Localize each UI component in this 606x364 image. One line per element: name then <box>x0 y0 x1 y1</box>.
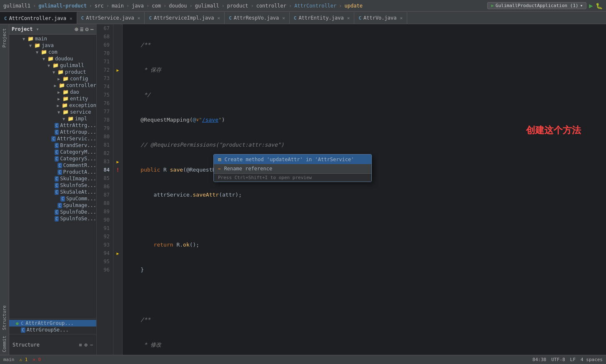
bc-update-method[interactable]: update <box>345 3 363 9</box>
tree-item-doudou[interactable]: ▼ 📁 doudou <box>9 55 96 62</box>
code-content[interactable]: /** * 保存 */ @RequestMapping(@∨"/save") /… <box>123 24 606 355</box>
breadcrumb-gulimall1[interactable]: gulimall1 <box>3 3 30 9</box>
tab-close-attrvo[interactable]: ✕ <box>400 15 403 21</box>
bc-main: main <box>112 3 124 9</box>
sidebar-tool-minimize[interactable]: − <box>90 26 94 32</box>
tree-item-product[interactable]: ▼ 📁 product <box>9 69 96 75</box>
tab-close-attrserviceimpl[interactable]: ✕ <box>218 15 220 21</box>
tree-item-config[interactable]: ▶ 📁 config <box>9 75 96 82</box>
tab-label-attrcontroller: AttrController.java <box>9 15 66 21</box>
status-warnings[interactable]: ⚠ 1 <box>20 357 28 362</box>
code-line-75: return R.ok(); <box>128 241 606 249</box>
tree-item-exception[interactable]: ▶ 📁 exception <box>9 102 96 109</box>
sidebar-tool-settings[interactable]: ⚙ <box>85 26 88 32</box>
tree-item-spulmage[interactable]: C Spulmage... <box>9 202 96 209</box>
sidebar-bottom: ● C AttrAttrGroup... C AttrGroupSe... <box>9 319 96 334</box>
tree-item-attrgroupse[interactable]: C AttrGroupSe... <box>9 327 96 333</box>
status-git[interactable]: main <box>3 357 15 362</box>
tab-attrserviceimpl[interactable]: C AttrServiceImpl.java ✕ <box>145 12 225 24</box>
tree-item-categorys[interactable]: C CategoryS... <box>9 155 96 162</box>
sidebar-tool-add[interactable]: ⊕ <box>75 26 78 32</box>
tab-close-attrservice[interactable]: ✕ <box>138 15 140 21</box>
tree-item-skulinfose[interactable]: C SkulnfoSe... <box>9 182 96 189</box>
autocomplete-label-rename: Rename reference <box>224 166 273 172</box>
bc-attrcontroller[interactable]: AttrController <box>294 3 336 9</box>
tree-item-attrattrgroup[interactable]: ● C AttrAttrGroup... <box>9 320 96 327</box>
sidebar-tool-sort[interactable]: ≡ <box>80 26 83 32</box>
tree-item-producta[interactable]: C ProductA... <box>9 169 96 175</box>
code-scroll[interactable]: 67 68 69 70 71 72 73 74 75 76 77 78 79 8… <box>97 24 606 355</box>
tab-attrcontroller[interactable]: C AttrController.java ✕ <box>0 12 77 24</box>
tab-attrentity[interactable]: C AttrEntity.java ✕ <box>290 12 355 24</box>
tree-item-attrservic[interactable]: C AttrServic... <box>9 135 96 142</box>
tree-item-dao[interactable]: ▶ 📁 dao <box>9 89 96 95</box>
autocomplete-icon-ref: ≈ <box>218 166 221 172</box>
tree-item-entity[interactable]: ▶ 📁 entity <box>9 95 96 102</box>
structure-tool-filter[interactable]: ⚙ <box>85 342 88 348</box>
tree-item-spulnfode[interactable]: C SpulnfoDe... <box>9 209 96 215</box>
tree-item-skusaleat[interactable]: C SkuSaleAt... <box>9 189 96 195</box>
tree-item-skulimage[interactable]: C SkulImage... <box>9 175 96 182</box>
bookmark-icon-72[interactable]: ▶ <box>116 68 119 72</box>
status-line-col[interactable]: 84:38 <box>533 357 546 362</box>
tree-item-java[interactable]: ▼ 📁 java <box>9 42 96 49</box>
tab-bar: C AttrController.java ✕ C AttrService.ja… <box>0 12 606 24</box>
tree-item-commentr[interactable]: C CommentR... <box>9 162 96 169</box>
tab-close-attrcontroller[interactable]: ✕ <box>70 16 73 21</box>
autocomplete-popup: m Create method 'updateAttr' in 'AttrSer… <box>213 154 372 182</box>
debug-button[interactable]: 🐛 <box>596 2 603 9</box>
sidebar-header: Project ▾ ⊕ ≡ ⚙ − <box>9 24 96 35</box>
vtab-project[interactable]: Project <box>0 26 8 50</box>
tree-item-main[interactable]: ▼ 📁 main <box>9 35 96 42</box>
bc-gulimall: gulimall <box>195 3 219 9</box>
tree-item-controller[interactable]: ▶ 📁 controller <box>9 82 96 89</box>
code-line-67: /** <box>128 41 606 49</box>
tab-attrrespvo[interactable]: C AttrRespVo.java ✕ <box>225 12 290 24</box>
structure-panel: Structure ≡ ⚙ − <box>9 334 96 355</box>
status-right: 84:38 UTF-8 LF 4 spaces <box>533 357 603 362</box>
autocomplete-item-create[interactable]: m Create method 'updateAttr' in 'AttrSer… <box>214 155 371 164</box>
run-button[interactable]: ▶ <box>589 2 593 10</box>
run-config[interactable]: ▶ GulimallProductApplication (1) ▾ <box>487 2 586 9</box>
tree-item-service[interactable]: ▼ 📁 service <box>9 109 96 115</box>
structure-tool-sort[interactable]: ≡ <box>79 342 82 348</box>
tree-item-brandserv[interactable]: C BrandServ... <box>9 142 96 149</box>
tab-attrvo[interactable]: C AttrVo.java ✕ <box>354 12 407 24</box>
structure-label: Structure <box>13 342 40 348</box>
tree-item-categorym[interactable]: C CategoryM... <box>9 149 96 155</box>
sidebar-title: Project <box>12 26 33 32</box>
tree-item-spulnfose[interactable]: C SpulnfoSe... <box>9 215 96 222</box>
structure-tool-minimize[interactable]: − <box>90 342 93 348</box>
gutter-area: ▶ ▶ ! <box>113 24 123 355</box>
tab-close-attrentity[interactable]: ✕ <box>347 15 350 21</box>
bookmark-icon-94[interactable]: ▶ <box>116 251 119 256</box>
breadcrumb-project[interactable]: gulimall-product <box>38 3 87 9</box>
status-encoding[interactable]: UTF-8 <box>551 357 565 362</box>
tab-icon-c4: C <box>229 15 232 21</box>
status-indent[interactable]: 4 spaces <box>581 357 603 362</box>
vtab-structure[interactable]: Structure <box>0 303 8 333</box>
vtab-commit[interactable]: Commit <box>0 333 8 355</box>
tree-item-com[interactable]: ▼ 📁 com <box>9 49 96 55</box>
autocomplete-item-rename[interactable]: ≈ Rename reference <box>214 164 371 173</box>
tree-item-attrattrg[interactable]: C AttrAttrg... <box>9 122 96 129</box>
bookmark-icon-83[interactable]: ▶ <box>116 160 119 164</box>
tree-item-gulimall[interactable]: ▼ 📁 gulimall <box>9 62 96 69</box>
run-config-label: GulimallProductApplication (1) <box>496 3 578 8</box>
tree-item-spucomm[interactable]: C SpuComm... <box>9 195 96 202</box>
status-errors[interactable]: ✕ 0 <box>33 357 41 362</box>
status-bar: main ⚠ 1 ✕ 0 84:38 UTF-8 LF 4 spaces <box>0 355 606 364</box>
top-bar: gulimall1 › gulimall-product › src › mai… <box>0 0 606 12</box>
tab-attrservice[interactable]: C AttrService.java ✕ <box>77 12 145 24</box>
status-left: main ⚠ 1 ✕ 0 <box>3 357 41 362</box>
bc-java: java <box>132 3 144 9</box>
code-area: 67 68 69 70 71 72 73 74 75 76 77 78 79 8… <box>97 24 606 355</box>
tree-item-impl[interactable]: ▼ 📁 impl <box>9 115 96 122</box>
tree-item-attrgroup[interactable]: C AttrGroup... <box>9 129 96 135</box>
tab-close-attrrespvo[interactable]: ✕ <box>282 15 285 21</box>
tab-label-attrservice: AttrService.java <box>86 15 134 21</box>
status-line-ending[interactable]: LF <box>570 357 576 362</box>
left-vtabs: Project Structure Commit <box>0 24 9 355</box>
code-line-69: */ <box>128 91 606 99</box>
tab-label-attrrespvo: AttrRespVo.java <box>234 15 279 21</box>
